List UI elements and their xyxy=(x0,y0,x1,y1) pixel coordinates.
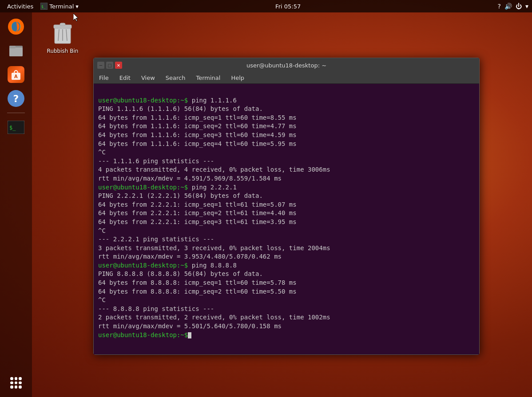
minimize-button[interactable]: ─ xyxy=(97,62,104,69)
terminal-window: ─ □ ✕ user@ubuntu18-desktop: ~ File Edit… xyxy=(93,58,480,355)
grid-dot xyxy=(15,377,18,380)
output-line: 4 packets transmitted, 4 received, 0% pa… xyxy=(98,166,330,173)
close-button[interactable]: ✕ xyxy=(115,62,122,69)
output-line: PING 8.8.8.8 (8.8.8.8) 56(84) bytes of d… xyxy=(98,270,263,277)
svg-text:$_: $_ xyxy=(41,5,46,9)
menu-terminal[interactable]: Terminal xyxy=(194,74,222,82)
dock-separator xyxy=(7,113,25,113)
dock-item-appstore[interactable]: A xyxy=(5,64,27,85)
cmd-3: ping 8.8.8.8 xyxy=(188,262,237,269)
activities-button[interactable]: Activities xyxy=(4,3,37,10)
help-icon-bg: ? xyxy=(8,90,24,107)
terminal-app-icon: $_ xyxy=(40,3,48,10)
output-line: 64 bytes from 1.1.1.6: icmp_seq=2 ttl=60… xyxy=(98,122,297,130)
files-icon xyxy=(8,42,24,59)
output-line: 64 bytes from 2.2.2.1: icmp_seq=1 ttl=61… xyxy=(98,201,297,208)
output-line: --- 2.2.2.1 ping statistics --- xyxy=(98,236,214,243)
topbar-datetime: Fri 05:57 xyxy=(275,3,301,10)
menu-search[interactable]: Search xyxy=(164,74,187,82)
menu-edit[interactable]: Edit xyxy=(118,74,132,82)
terminal-dock-icon: $_ xyxy=(8,121,24,134)
output-line: 64 bytes from 1.1.1.6: icmp_seq=3 ttl=60… xyxy=(98,131,297,138)
dock-item-help[interactable]: ? xyxy=(5,88,27,109)
menu-help[interactable]: Help xyxy=(229,74,246,82)
dock-item-files[interactable] xyxy=(5,40,27,61)
apps-grid-icon xyxy=(8,374,24,391)
rubbish-bin-icon xyxy=(50,18,75,46)
svg-text:$_: $_ xyxy=(9,125,16,131)
svg-rect-5 xyxy=(9,47,23,56)
tray-arrow-icon[interactable]: ▾ xyxy=(525,3,528,10)
maximize-button[interactable]: □ xyxy=(106,62,113,69)
output-line: 64 bytes from 2.2.2.1: icmp_seq=2 ttl=61… xyxy=(98,209,297,216)
grid-dot xyxy=(10,377,13,380)
tray-question-icon[interactable]: ? xyxy=(498,3,501,10)
svg-rect-13 xyxy=(60,23,65,26)
prompt-4: user@ubuntu18-desktop:~$ xyxy=(98,331,188,338)
output-line: rtt min/avg/max/mdev = 4.591/5.969/8.559… xyxy=(98,175,282,182)
grid-dot xyxy=(15,381,18,385)
terminal-cursor xyxy=(188,332,191,338)
rubbish-bin-desktop-icon[interactable]: Rubbish Bin xyxy=(43,18,83,54)
rubbish-bin-label: Rubbish Bin xyxy=(47,48,79,54)
grid-dot xyxy=(15,385,18,389)
output-line: 64 bytes from 2.2.2.1: icmp_seq=3 ttl=61… xyxy=(98,218,297,225)
output-line: 64 bytes from 1.1.1.6: icmp_seq=1 ttl=60… xyxy=(98,114,297,121)
menu-file[interactable]: File xyxy=(97,74,111,82)
topbar: Activities $_ Terminal ▾ Fri 05:57 ? 🔊 ⏻… xyxy=(0,0,532,12)
app-name-label: Terminal xyxy=(49,3,74,10)
grid-dot xyxy=(19,381,22,385)
prompt-2: user@ubuntu18-desktop:~$ xyxy=(98,184,188,191)
output-line: 3 packets transmitted, 3 received, 0% pa… xyxy=(98,244,330,252)
terminal-window-title: user@ubuntu18-desktop: ~ xyxy=(124,62,449,69)
cmd-1: ping 1.1.1.6 xyxy=(188,97,237,104)
tray-power-icon[interactable]: ⏻ xyxy=(516,3,522,10)
output-line: PING 2.2.2.1 (2.2.2.1) 56(84) bytes of d… xyxy=(98,192,263,199)
topbar-left: Activities $_ Terminal ▾ xyxy=(4,3,79,10)
svg-rect-6 xyxy=(9,46,16,48)
output-line: 64 bytes from 8.8.8.8: icmp_seq=1 ttl=60… xyxy=(98,279,297,286)
dock-item-apps-grid[interactable] xyxy=(5,372,27,393)
output-line: rtt min/avg/max/mdev = 5.501/5.640/5.780… xyxy=(98,322,282,330)
appstore-bag-icon: A xyxy=(10,68,22,81)
output-line: rtt min/avg/max/mdev = 3.953/4.480/5.078… xyxy=(98,253,282,260)
output-line: 2 packets transmitted, 2 received, 0% pa… xyxy=(98,314,330,321)
appstore-icon-bg: A xyxy=(8,66,24,83)
cmd-2: ping 2.2.2.1 xyxy=(188,184,237,191)
output-line: 64 bytes from 8.8.8.8: icmp_seq=2 ttl=60… xyxy=(98,288,297,295)
terminal-content[interactable]: user@ubuntu18-desktop:~$ ping 1.1.1.6 PI… xyxy=(94,84,479,354)
menu-view[interactable]: View xyxy=(139,74,157,82)
output-line: --- 1.1.1.6 ping statistics --- xyxy=(98,157,214,165)
dock: A ? $_ xyxy=(0,12,32,397)
output-line: 64 bytes from 1.1.1.6: icmp_seq=4 ttl=60… xyxy=(98,140,297,147)
app-menu-arrow: ▾ xyxy=(75,3,79,10)
output-line: --- 8.8.8.8 ping statistics --- xyxy=(98,305,214,312)
dock-item-firefox[interactable] xyxy=(5,16,27,37)
output-line: ^C xyxy=(98,149,106,156)
grid-dot xyxy=(19,385,22,389)
prompt-1: user@ubuntu18-desktop:~$ xyxy=(98,97,188,104)
terminal-menubar: File Edit View Search Terminal Help xyxy=(94,72,479,84)
grid-dot xyxy=(10,381,13,385)
output-line: ^C xyxy=(98,227,106,234)
prompt-3: user@ubuntu18-desktop:~$ xyxy=(98,262,188,269)
terminal-titlebar: ─ □ ✕ user@ubuntu18-desktop: ~ xyxy=(94,58,479,72)
terminal-controls-left: ─ □ ✕ xyxy=(97,62,124,69)
firefox-icon xyxy=(7,18,25,35)
desktop: Activities $_ Terminal ▾ Fri 05:57 ? 🔊 ⏻… xyxy=(0,0,532,397)
topbar-app-menu[interactable]: $_ Terminal ▾ xyxy=(40,3,78,10)
svg-text:A: A xyxy=(14,74,18,79)
topbar-right: ? 🔊 ⏻ ▾ xyxy=(498,3,528,10)
output-line: ^C xyxy=(98,296,106,303)
dock-item-terminal[interactable]: $_ xyxy=(5,117,27,138)
output-line: PING 1.1.1.6 (1.1.1.6) 56(84) bytes of d… xyxy=(98,105,263,112)
grid-dot xyxy=(10,385,13,389)
tray-volume-icon[interactable]: 🔊 xyxy=(504,3,512,10)
grid-dot xyxy=(19,377,22,380)
